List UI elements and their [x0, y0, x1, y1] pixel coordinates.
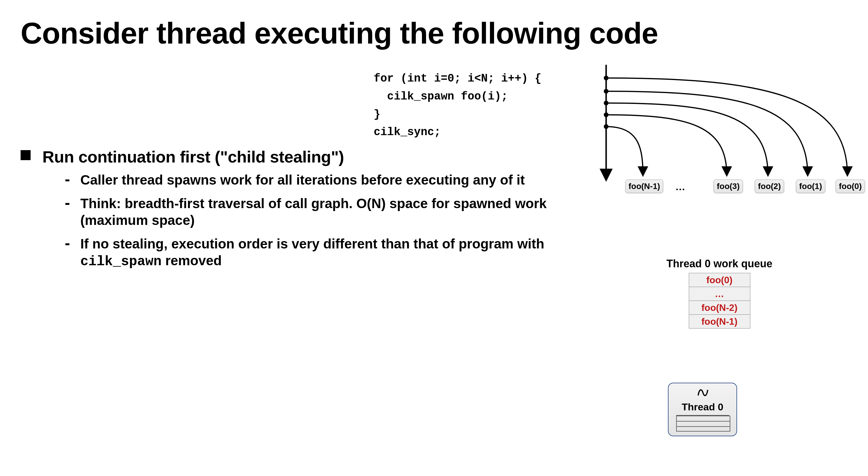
- work-queue-cell: foo(N-1): [689, 315, 750, 329]
- diagram-node: foo(1): [796, 180, 825, 193]
- sub-bullet: - Think: breadth-first traversal of call…: [65, 195, 565, 229]
- slide-title: Consider thread executing the following …: [21, 18, 847, 49]
- work-queue-cell: …: [689, 287, 750, 301]
- sub-bullet-list: - Caller thread spawns work for all iter…: [65, 172, 565, 270]
- code-line: for (int i=0; i<N; i++) {: [374, 72, 541, 85]
- bullet-heading: Run continuation first ("child stealing"…: [42, 147, 344, 166]
- diagram-node: foo(N-1): [625, 180, 663, 193]
- work-queue-cell: foo(0): [689, 273, 750, 287]
- sub-bullet-frag: removed: [161, 253, 222, 268]
- diagram-node: foo(0): [836, 180, 865, 193]
- dash-bullet-icon: -: [65, 195, 70, 210]
- thread-squiggle-icon: [673, 386, 732, 400]
- sub-bullet-text: Think: breadth-first traversal of call g…: [80, 195, 565, 229]
- thread-box: Thread 0: [668, 383, 737, 436]
- code-line: cilk_sync;: [374, 126, 441, 138]
- work-queue-table: foo(0) … foo(N-2) foo(N-1): [689, 273, 750, 329]
- code-line: cilk_spawn foo(i);: [374, 90, 508, 103]
- code-inline: cilk_spawn: [80, 254, 161, 269]
- diagram-ellipsis: …: [675, 181, 685, 192]
- work-queue-title: Thread 0 work queue: [656, 258, 783, 270]
- slide: Consider thread executing the following …: [0, 0, 868, 476]
- sub-bullet: - Caller thread spawns work for all iter…: [65, 172, 565, 189]
- diagram-node: foo(3): [714, 180, 743, 193]
- sub-bullet-text: If no stealing, execution order is very …: [80, 236, 565, 270]
- square-bullet-icon: [21, 150, 31, 160]
- sub-bullet-text: Caller thread spawns work for all iterat…: [80, 172, 525, 189]
- thread-stack-icon: [676, 416, 730, 432]
- thread-label: Thread 0: [673, 401, 732, 413]
- squiggle-svg: [695, 386, 710, 398]
- sub-bullet-frag: If no stealing, execution order is very …: [80, 236, 544, 251]
- dash-bullet-icon: -: [65, 171, 70, 187]
- code-line: }: [374, 108, 380, 121]
- work-queue-cell: foo(N-2): [689, 301, 750, 315]
- work-queue: Thread 0 work queue foo(0) … foo(N-2) fo…: [656, 258, 783, 329]
- diagram-node: foo(2): [755, 180, 784, 193]
- spawn-diagram: foo(N-1) … foo(3) foo(2) foo(1) foo(0): [591, 62, 865, 227]
- sub-bullet: - If no stealing, execution order is ver…: [65, 236, 565, 270]
- dash-bullet-icon: -: [65, 235, 70, 251]
